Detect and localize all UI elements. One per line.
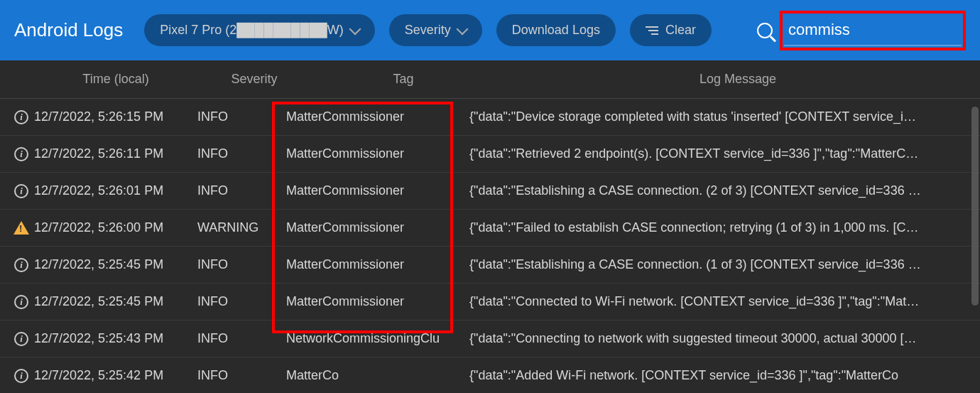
table-row[interactable]: i12/7/2022, 5:26:11 PMINFOMatterCommissi… — [0, 136, 980, 173]
page-title: Android Logs — [14, 19, 123, 41]
warning-icon — [13, 221, 29, 235]
cell-time: 12/7/2022, 5:26:15 PM — [34, 109, 197, 124]
cell-time: 12/7/2022, 5:25:45 PM — [34, 294, 197, 309]
scrollbar[interactable] — [971, 107, 979, 306]
info-icon: i — [14, 369, 28, 383]
row-icon-wrap: i — [9, 369, 34, 383]
table-row[interactable]: i12/7/2022, 5:26:15 PMINFOMatterCommissi… — [0, 99, 980, 136]
info-icon: i — [14, 147, 28, 161]
device-selector[interactable]: Pixel 7 Pro (2██████████W) — [144, 14, 375, 46]
cell-tag: NetworkCommissioningClu — [286, 331, 469, 346]
header-bar: Android Logs Pixel 7 Pro (2██████████W) … — [0, 0, 980, 60]
cell-tag: MatterCommissioner — [286, 220, 469, 235]
cell-time: 12/7/2022, 5:26:01 PM — [34, 183, 197, 198]
cell-severity: INFO — [197, 146, 286, 161]
table-row[interactable]: i12/7/2022, 5:25:42 PMINFOMatterCo{"data… — [0, 357, 980, 393]
cell-time: 12/7/2022, 5:26:00 PM — [34, 220, 197, 235]
log-rows: i12/7/2022, 5:26:15 PMINFOMatterCommissi… — [0, 99, 980, 393]
col-header-message: Log Message — [496, 72, 980, 87]
cell-tag: MatterCommissioner — [286, 257, 469, 272]
cell-message: {"data":"Establishing a CASE connection.… — [469, 183, 980, 198]
cell-severity: INFO — [197, 331, 286, 346]
cell-time: 12/7/2022, 5:25:43 PM — [34, 331, 197, 346]
table-row[interactable]: 12/7/2022, 5:26:00 PMWARNINGMatterCommis… — [0, 210, 980, 247]
search-highlight — [780, 11, 966, 50]
cell-message: {"data":"Retrieved 2 endpoint(s). [CONTE… — [469, 146, 980, 161]
download-logs-button[interactable]: Download Logs — [496, 14, 616, 46]
row-icon-wrap — [9, 221, 34, 235]
cell-severity: INFO — [197, 109, 286, 124]
search-icon — [757, 23, 773, 38]
table-row[interactable]: i12/7/2022, 5:26:01 PMINFOMatterCommissi… — [0, 173, 980, 210]
cell-tag: MatterCommissioner — [286, 294, 469, 309]
chevron-down-icon — [456, 23, 468, 35]
cell-severity: INFO — [197, 257, 286, 272]
info-icon: i — [14, 184, 28, 198]
cell-time: 12/7/2022, 5:26:11 PM — [34, 146, 197, 161]
row-icon-wrap: i — [9, 147, 34, 161]
info-icon: i — [14, 295, 28, 309]
cell-severity: INFO — [197, 294, 286, 309]
col-header-tag: Tag — [311, 72, 496, 87]
cell-message: {"data":"Connecting to network with sugg… — [469, 331, 980, 346]
clear-button[interactable]: Clear — [630, 14, 712, 46]
row-icon-wrap: i — [9, 258, 34, 272]
row-icon-wrap: i — [9, 110, 34, 124]
cell-message: {"data":"Added Wi-Fi network. [CONTEXT s… — [469, 368, 980, 383]
cell-message: {"data":"Establishing a CASE connection.… — [469, 257, 980, 272]
cell-severity: INFO — [197, 183, 286, 198]
row-icon-wrap: i — [9, 184, 34, 198]
col-header-severity: Severity — [197, 72, 311, 87]
row-icon-wrap: i — [9, 295, 34, 309]
search-wrap — [757, 11, 966, 50]
info-icon: i — [14, 110, 28, 124]
cell-severity: WARNING — [197, 220, 286, 235]
table-row[interactable]: i12/7/2022, 5:25:45 PMINFOMatterCommissi… — [0, 247, 980, 284]
cell-tag: MatterCo — [286, 368, 469, 383]
severity-label: Severity — [405, 23, 451, 38]
cell-tag: MatterCommissioner — [286, 109, 469, 124]
row-icon-wrap: i — [9, 332, 34, 346]
table-header: Time (local) Severity Tag Log Message — [0, 60, 980, 99]
search-input[interactable] — [784, 15, 962, 46]
table-row[interactable]: i12/7/2022, 5:25:45 PMINFOMatterCommissi… — [0, 284, 980, 321]
clear-icon — [646, 26, 658, 35]
cell-time: 12/7/2022, 5:25:45 PM — [34, 257, 197, 272]
table-row[interactable]: i12/7/2022, 5:25:43 PMINFONetworkCommiss… — [0, 321, 980, 357]
info-icon: i — [14, 332, 28, 346]
cell-message: {"data":"Failed to establish CASE connec… — [469, 220, 980, 235]
chevron-down-icon — [349, 23, 361, 35]
device-name: Pixel 7 Pro (2██████████W) — [160, 23, 344, 38]
cell-tag: MatterCommissioner — [286, 183, 469, 198]
cell-message: {"data":"Connected to Wi-Fi network. [CO… — [469, 294, 980, 309]
cell-severity: INFO — [197, 368, 286, 383]
cell-time: 12/7/2022, 5:25:42 PM — [34, 368, 197, 383]
cell-message: {"data":"Device storage completed with s… — [469, 109, 980, 124]
info-icon: i — [14, 258, 28, 272]
severity-selector[interactable]: Severity — [389, 14, 482, 46]
cell-tag: MatterCommissioner — [286, 146, 469, 161]
col-header-time: Time (local) — [34, 72, 197, 87]
